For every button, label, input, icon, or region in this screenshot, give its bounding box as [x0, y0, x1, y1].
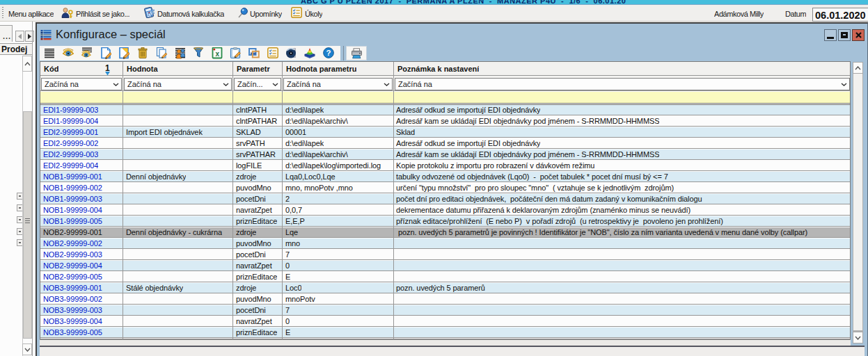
svg-text:?: ?	[326, 49, 331, 57]
svg-text:x: x	[215, 50, 219, 58]
svg-text:P: P	[152, 8, 155, 17]
